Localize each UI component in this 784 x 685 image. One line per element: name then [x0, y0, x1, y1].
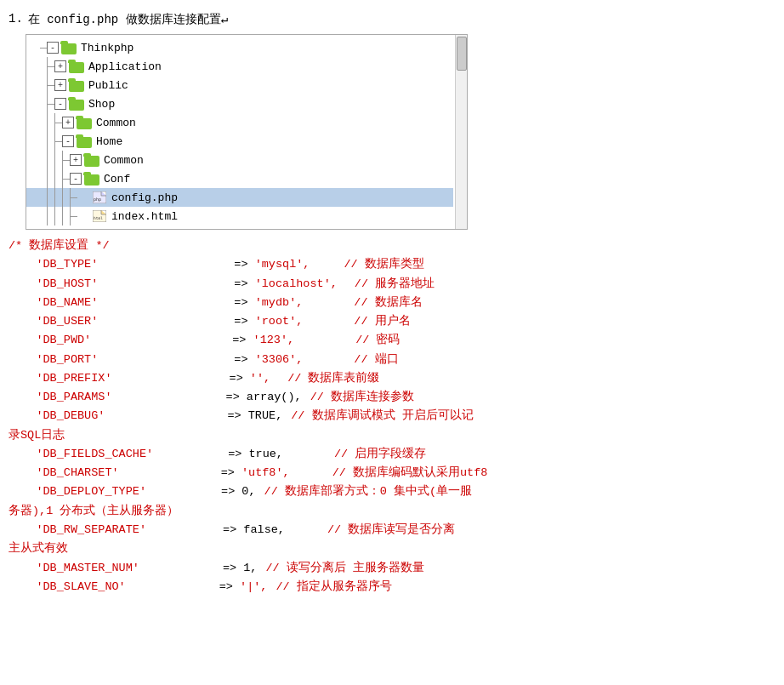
val-db-fields-cache: true,	[248, 445, 283, 464]
val-db-charset: 'utf8',	[241, 464, 290, 482]
arrow-db-slave-no: =>	[219, 578, 240, 597]
key-db-debug: 'DB_DEBUG'	[9, 407, 105, 425]
label-public: Public	[88, 79, 128, 92]
step-number: 1.	[9, 12, 23, 26]
tree-item-index-html[interactable]: html index.html	[26, 207, 453, 225]
code-line-db-charset: 'DB_CHARSET' => 'utf8', // 数据库编码默认采用utf8	[9, 464, 775, 482]
tree-scrollbar[interactable]	[455, 35, 467, 229]
comment-db-debug: // 数据库调试模式 开启后可以记	[291, 407, 473, 425]
key-db-prefix: 'DB_PREFIX'	[9, 369, 112, 388]
expander-conf[interactable]: -	[70, 173, 82, 185]
comment-db-master-num: // 读写分离后 主服务器数量	[265, 559, 423, 578]
expander-home-common[interactable]: +	[70, 154, 82, 166]
val-db-host: 'localhost',	[255, 275, 338, 294]
arrow-db-fields-cache: =>	[228, 445, 248, 464]
val-db-rw-separate: false,	[243, 521, 285, 539]
val-db-params: array(),	[247, 388, 302, 407]
svg-text:php: php	[94, 197, 101, 203]
code-line-db-host: 'DB_HOST' => 'localhost', // 服务器地址	[9, 275, 775, 294]
label-application: Application	[88, 60, 162, 73]
code-line-db-port: 'DB_PORT' => '3306', // 端口	[9, 351, 775, 369]
comment-db-deploy-type: // 数据库部署方式：0 集中式(单一服	[264, 482, 473, 501]
wrap-db-rw-separate: 主从式有效	[9, 539, 775, 558]
code-line-db-pwd: 'DB_PWD' => '123', // 密码	[9, 331, 775, 350]
val-db-debug: TRUE,	[248, 407, 283, 425]
arrow-db-master-num: =>	[223, 559, 243, 578]
key-db-pwd: 'DB_PWD'	[9, 331, 91, 350]
gap	[48, 123, 54, 123]
expander-application[interactable]: +	[54, 60, 66, 72]
h-line	[55, 123, 62, 123]
arrow-db-port: =>	[234, 351, 254, 369]
val-db-slave-no: '|',	[240, 578, 267, 597]
folder-icon-home-common	[83, 153, 100, 167]
comment-db-name: // 数据库名	[354, 294, 422, 312]
key-db-rw-separate: 'DB_RW_SEPARATE'	[9, 521, 146, 539]
folder-icon-shop	[68, 97, 85, 111]
arrow-db-name: =>	[234, 294, 254, 312]
expander-public[interactable]: +	[54, 79, 66, 91]
tree-item-public[interactable]: + Public	[26, 76, 453, 94]
wrap-db-deploy-type: 务器),1 分布式（主从服务器）	[9, 502, 775, 521]
comment-db-type: // 数据库类型	[344, 255, 423, 274]
scrollbar-thumb[interactable]	[457, 37, 467, 71]
key-db-deploy-type: 'DB_DEPLOY_TYPE'	[9, 482, 146, 501]
comment-db-slave-no: // 指定从服务器序号	[276, 578, 391, 597]
folder-icon-public	[68, 78, 85, 92]
folder-icon-application	[68, 60, 85, 73]
arrow-db-prefix: =>	[230, 369, 250, 388]
expander-home[interactable]: -	[62, 135, 74, 147]
key-db-host: 'DB_HOST'	[9, 275, 98, 294]
val-db-prefix: '',	[250, 369, 270, 388]
comment-db-rw-separate: // 数据库读写是否分离	[327, 521, 455, 539]
comment-db-prefix: // 数据库表前缀	[287, 369, 379, 388]
arrow-db-params: =>	[226, 388, 247, 407]
tree-item-home-common[interactable]: + Common	[26, 151, 453, 169]
h-line	[55, 141, 62, 142]
key-db-user: 'DB_USER'	[9, 312, 98, 331]
code-line-db-slave-no: 'DB_SLAVE_NO' => '|', // 指定从服务器序号	[9, 578, 775, 597]
label-home-common: Common	[104, 154, 144, 167]
comment-db-port: // 端口	[354, 351, 398, 369]
tree-item-config-php[interactable]: php config.php	[26, 188, 453, 207]
tree-item-application[interactable]: + Application	[26, 57, 453, 76]
key-db-charset: 'DB_CHARSET'	[9, 464, 119, 482]
expander-thinkphp[interactable]: -	[47, 42, 59, 54]
folder-icon-home	[76, 134, 93, 148]
code-line-db-type: 'DB_TYPE' => 'mysql', // 数据库类型	[9, 255, 775, 274]
code-section: /* 数据库设置 */ 'DB_TYPE' => 'mysql', // 数据库…	[9, 237, 775, 597]
expander-shop-common[interactable]: +	[62, 117, 74, 128]
tree-item-home[interactable]: - Home	[26, 132, 453, 151]
val-db-master-num: 1,	[243, 559, 257, 578]
label-config-php: config.php	[111, 191, 178, 204]
key-db-fields-cache: 'DB_FIELDS_CACHE'	[9, 445, 153, 464]
key-db-slave-no: 'DB_SLAVE_NO'	[9, 578, 126, 597]
gap	[48, 141, 54, 142]
expander-shop[interactable]: -	[54, 98, 66, 110]
label-home: Home	[96, 135, 122, 148]
key-db-port: 'DB_PORT'	[9, 351, 98, 369]
file-tree-panel: - Thinkphp + Application + Public	[26, 34, 468, 230]
val-db-name: 'mydb',	[255, 294, 304, 312]
folder-icon-thinkphp	[60, 41, 77, 54]
tree-item-thinkphp[interactable]: - Thinkphp	[26, 38, 453, 57]
arrow-db-deploy-type: =>	[221, 482, 241, 501]
code-comment-db: /* 数据库设置 */	[9, 237, 775, 255]
tree-item-shop-common[interactable]: + Common	[26, 113, 453, 132]
code-line-db-prefix: 'DB_PREFIX' => '', // 数据库表前缀	[9, 369, 775, 388]
tree-item-conf[interactable]: - Conf	[26, 169, 453, 188]
tree-item-shop[interactable]: - Shop	[26, 94, 453, 113]
comment-db-fields-cache: // 启用字段缓存	[334, 445, 426, 464]
label-index-html: index.html	[111, 210, 178, 223]
svg-text:html: html	[94, 216, 103, 220]
val-db-type: 'mysql',	[255, 255, 310, 274]
code-line-db-deploy-type: 'DB_DEPLOY_TYPE' => 0, // 数据库部署方式：0 集中式(…	[9, 482, 775, 521]
code-line-db-rw-separate: 'DB_RW_SEPARATE' => false, // 数据库读写是否分离 …	[9, 521, 775, 559]
comment-db-host: // 服务器地址	[355, 275, 435, 294]
val-db-port: '3306',	[255, 351, 304, 369]
comment-db-user: // 用户名	[354, 312, 410, 331]
val-db-pwd: '123',	[253, 331, 295, 350]
code-line-db-user: 'DB_USER' => 'root', // 用户名	[9, 312, 775, 331]
tree-content: - Thinkphp + Application + Public	[26, 35, 467, 229]
h-line	[40, 48, 47, 49]
